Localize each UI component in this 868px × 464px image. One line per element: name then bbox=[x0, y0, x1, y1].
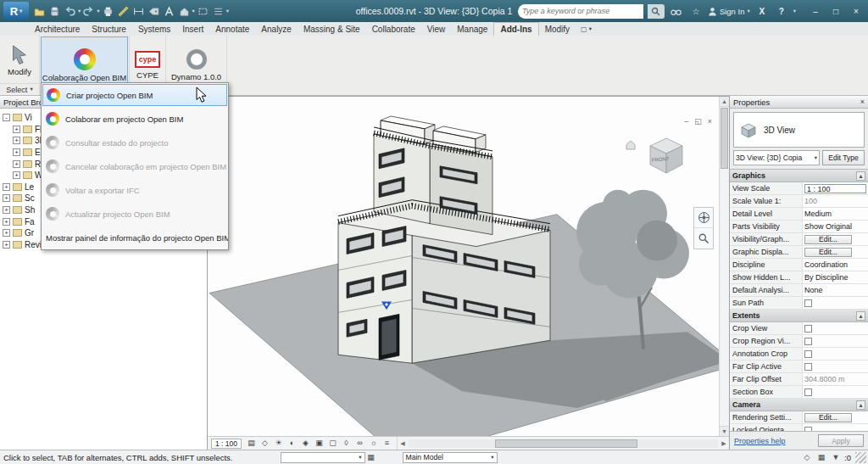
parts-visibility-value[interactable]: Show Original bbox=[803, 221, 868, 232]
crop-view-checkbox[interactable] bbox=[804, 325, 812, 333]
scroll-down-icon[interactable]: ▼ bbox=[720, 426, 729, 436]
default-3d-view-icon[interactable] bbox=[177, 3, 192, 19]
tree-expand-icon[interactable]: + bbox=[13, 148, 20, 156]
tab-systems[interactable]: Systems bbox=[132, 22, 176, 36]
collapse-icon[interactable]: ▴ bbox=[856, 400, 865, 410]
undo-dropdown-icon[interactable]: ▾ bbox=[78, 8, 81, 14]
tab-architecture[interactable]: Architecture bbox=[29, 22, 86, 36]
tab-view[interactable]: View bbox=[421, 22, 452, 36]
building-model[interactable] bbox=[338, 116, 550, 363]
tab-structure[interactable]: Structure bbox=[86, 22, 132, 36]
view-minimize-icon[interactable]: – bbox=[684, 117, 688, 126]
collapse-icon[interactable]: ▴ bbox=[856, 311, 865, 321]
sun-path-icon[interactable]: ☀ bbox=[272, 438, 285, 449]
qat-customize-icon[interactable]: ▾ bbox=[226, 8, 229, 14]
menu-item-colaborar[interactable]: Colaborar em projecto Open BIM bbox=[42, 107, 228, 131]
resize-grip[interactable] bbox=[855, 452, 866, 463]
tree-expand-icon[interactable]: + bbox=[13, 126, 20, 133]
type-selector[interactable]: 3D View bbox=[733, 112, 865, 148]
redo-icon[interactable] bbox=[81, 3, 96, 19]
drawing-area[interactable]: – ◱ × bbox=[208, 96, 729, 450]
worksets-combobox[interactable]: ▾ bbox=[281, 452, 365, 463]
shadows-icon[interactable]: ◐ bbox=[286, 438, 298, 449]
binoculars-icon[interactable] bbox=[669, 3, 684, 19]
sign-in-button[interactable]: Sign In ▾ bbox=[708, 7, 750, 16]
tree-expand-icon[interactable]: + bbox=[3, 229, 10, 237]
tree-expand-icon[interactable]: + bbox=[3, 194, 10, 202]
exclude-options-icon[interactable]: ▦ bbox=[815, 453, 827, 461]
aligned-dimension-icon[interactable] bbox=[131, 3, 146, 19]
tab-annotate[interactable]: Annotate bbox=[209, 22, 255, 36]
edit-type-button[interactable]: Edit Type bbox=[822, 150, 865, 165]
ribbon-display-toggle[interactable]: ▢ ▾ bbox=[576, 22, 597, 36]
show-hidden-lines-value[interactable]: By Discipline bbox=[803, 271, 868, 283]
open-icon[interactable] bbox=[32, 3, 47, 19]
maximize-button[interactable]: □ bbox=[826, 3, 846, 20]
minimize-button[interactable]: – bbox=[805, 3, 826, 20]
print-icon[interactable] bbox=[101, 3, 115, 19]
filter-icon[interactable]: ▼ bbox=[830, 453, 842, 461]
tab-modify[interactable]: Modify bbox=[539, 22, 576, 36]
far-clip-active-checkbox[interactable] bbox=[804, 363, 812, 371]
worksets-icon[interactable]: ▦ bbox=[365, 453, 377, 461]
star-icon[interactable]: ☆ bbox=[688, 3, 704, 19]
view-restore-icon[interactable]: ◱ bbox=[694, 117, 702, 126]
sun-path-checkbox[interactable] bbox=[804, 299, 812, 307]
viewcube-home-icon[interactable] bbox=[625, 139, 637, 152]
3d-view-dropdown-icon[interactable]: ▾ bbox=[192, 8, 195, 14]
tree-expand-icon[interactable]: + bbox=[3, 206, 10, 214]
close-icon[interactable]: × bbox=[860, 98, 865, 106]
tree-expand-icon[interactable]: + bbox=[3, 241, 10, 249]
modify-button[interactable]: Modify bbox=[0, 36, 39, 83]
steering-wheel-icon[interactable] bbox=[694, 208, 713, 228]
visibility-graphics-edit-button[interactable]: Edit... bbox=[804, 235, 852, 244]
graphic-display-edit-button[interactable]: Edit... bbox=[804, 248, 852, 257]
collapse-icon[interactable]: ▴ bbox=[856, 171, 865, 181]
default-analysis-value[interactable]: None bbox=[803, 284, 868, 296]
app-menu-button[interactable]: R ▾ bbox=[3, 2, 29, 20]
scroll-left-icon[interactable]: ◀ bbox=[398, 440, 408, 447]
help-dropdown-icon[interactable]: ▾ bbox=[793, 8, 796, 14]
tree-expand-icon[interactable]: + bbox=[13, 160, 20, 168]
tree-collapse-icon[interactable]: - bbox=[3, 114, 10, 121]
crop-view-icon[interactable]: ▣ bbox=[313, 438, 326, 449]
exchange-apps-icon[interactable]: X bbox=[754, 3, 770, 19]
horizontal-scrollbar[interactable]: ◀ ▶ bbox=[397, 437, 729, 450]
tree-expand-icon[interactable]: + bbox=[13, 137, 20, 144]
keyword-search-input[interactable] bbox=[522, 7, 639, 15]
rendering-settings-edit-button[interactable]: Edit... bbox=[804, 413, 852, 422]
tab-add-ins[interactable]: Add-Ins bbox=[493, 22, 538, 36]
vertical-scrollbar[interactable]: ▲ ▼ bbox=[719, 97, 729, 436]
detail-level-value[interactable]: Medium bbox=[803, 208, 868, 220]
properties-help-link[interactable]: Properties help bbox=[734, 437, 786, 445]
tab-insert[interactable]: Insert bbox=[176, 22, 209, 36]
redo-dropdown-icon[interactable]: ▾ bbox=[97, 8, 99, 14]
show-crop-region-icon[interactable]: ▢ bbox=[326, 438, 339, 449]
tab-manage[interactable]: Manage bbox=[451, 22, 493, 36]
section-extents[interactable]: Extents▴ bbox=[730, 310, 868, 322]
viewcube[interactable]: FRONT bbox=[642, 129, 691, 180]
reveal-hidden-elements-icon[interactable]: ☼ bbox=[367, 438, 380, 449]
detail-level-icon[interactable]: ▤ bbox=[245, 438, 258, 449]
crop-region-visible-checkbox[interactable] bbox=[804, 338, 812, 345]
help-icon[interactable]: ? bbox=[774, 3, 789, 19]
undo-icon[interactable] bbox=[63, 3, 77, 19]
tree-expand-icon[interactable]: + bbox=[3, 218, 10, 226]
design-options-combobox[interactable]: Main Model ▾ bbox=[403, 452, 498, 463]
visual-style-icon[interactable]: ◇ bbox=[259, 438, 271, 449]
view-scale-control[interactable]: 1 : 100 bbox=[211, 439, 242, 449]
section-icon[interactable] bbox=[196, 3, 210, 19]
menu-item-mostrar-painel-informacao[interactable]: Mostrar painel de informação do projecto… bbox=[42, 226, 228, 249]
tab-collaborate[interactable]: Collaborate bbox=[366, 22, 421, 36]
tag-icon[interactable] bbox=[147, 3, 161, 19]
section-graphics[interactable]: Graphics▴ bbox=[730, 170, 868, 182]
horizontal-scroll-thumb[interactable] bbox=[495, 439, 637, 448]
view-instance-selector[interactable]: 3D View: {3D} Copia ▾ bbox=[733, 150, 820, 165]
annotation-crop-checkbox[interactable] bbox=[804, 350, 812, 358]
view-close-icon[interactable]: × bbox=[708, 117, 712, 126]
close-button[interactable]: × bbox=[846, 3, 866, 20]
select-dropdown[interactable]: Select ▾ bbox=[0, 83, 39, 95]
search-icon[interactable] bbox=[648, 4, 665, 19]
unlocked-view-icon[interactable]: ◊ bbox=[340, 438, 353, 449]
discipline-value[interactable]: Coordination bbox=[803, 259, 868, 271]
